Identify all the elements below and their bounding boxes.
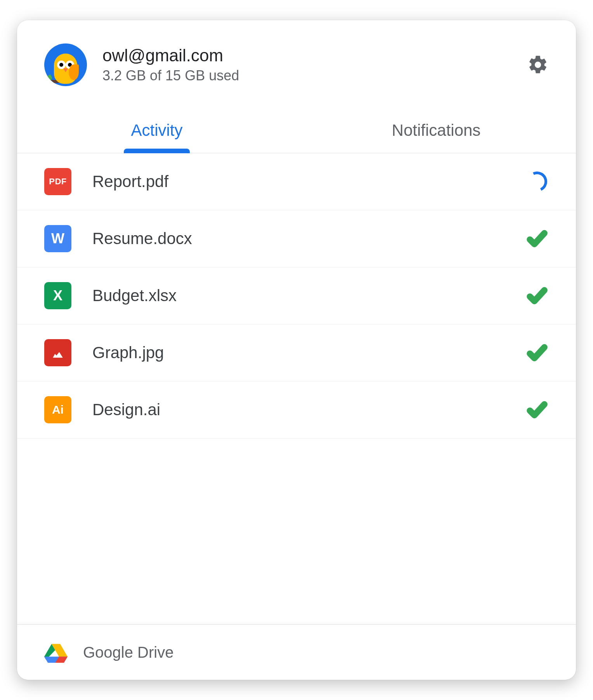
file-name: Graph.jpg xyxy=(92,343,505,362)
status-done xyxy=(525,284,549,307)
file-row[interactable]: Ai Design.ai xyxy=(17,381,576,438)
check-icon xyxy=(526,228,548,250)
header: owl@gmail.com 3.2 GB of 15 GB used xyxy=(17,20,576,94)
spinner-icon xyxy=(524,169,550,195)
word-icon: W xyxy=(44,225,71,252)
file-name: Report.pdf xyxy=(92,172,505,191)
gear-icon xyxy=(527,54,549,76)
image-icon xyxy=(44,339,71,366)
tab-activity[interactable]: Activity xyxy=(17,109,296,153)
settings-button[interactable] xyxy=(527,54,549,76)
status-done xyxy=(525,227,549,250)
check-icon xyxy=(526,399,548,421)
tab-label: Notifications xyxy=(392,121,481,139)
avatar[interactable] xyxy=(44,43,87,86)
footer: Google Drive xyxy=(17,624,576,680)
account-email: owl@gmail.com xyxy=(102,46,512,65)
footer-label: Google Drive xyxy=(83,644,173,661)
file-row[interactable]: Graph.jpg xyxy=(17,324,576,381)
file-list: PDF Report.pdf W Resume.docx X Budget.xl… xyxy=(17,153,576,624)
illustrator-icon: Ai xyxy=(44,396,71,423)
file-row[interactable]: PDF Report.pdf xyxy=(17,153,576,210)
file-name: Resume.docx xyxy=(92,229,505,248)
check-icon xyxy=(526,342,548,364)
status-uploading xyxy=(525,170,549,193)
tab-notifications[interactable]: Notifications xyxy=(296,109,576,153)
tabs: Activity Notifications xyxy=(17,109,576,153)
check-icon xyxy=(526,285,548,307)
status-done xyxy=(525,341,549,364)
file-name: Design.ai xyxy=(92,400,505,419)
google-drive-icon xyxy=(44,642,68,663)
file-row[interactable]: X Budget.xlsx xyxy=(17,267,576,324)
status-done xyxy=(525,398,549,421)
excel-icon: X xyxy=(44,282,71,309)
storage-usage: 3.2 GB of 15 GB used xyxy=(102,68,512,84)
file-row[interactable]: W Resume.docx xyxy=(17,210,576,267)
tab-label: Activity xyxy=(131,121,182,139)
pdf-icon: PDF xyxy=(44,168,71,195)
account-info: owl@gmail.com 3.2 GB of 15 GB used xyxy=(102,46,512,84)
file-name: Budget.xlsx xyxy=(92,286,505,305)
drive-panel: owl@gmail.com 3.2 GB of 15 GB used Activ… xyxy=(17,20,576,680)
